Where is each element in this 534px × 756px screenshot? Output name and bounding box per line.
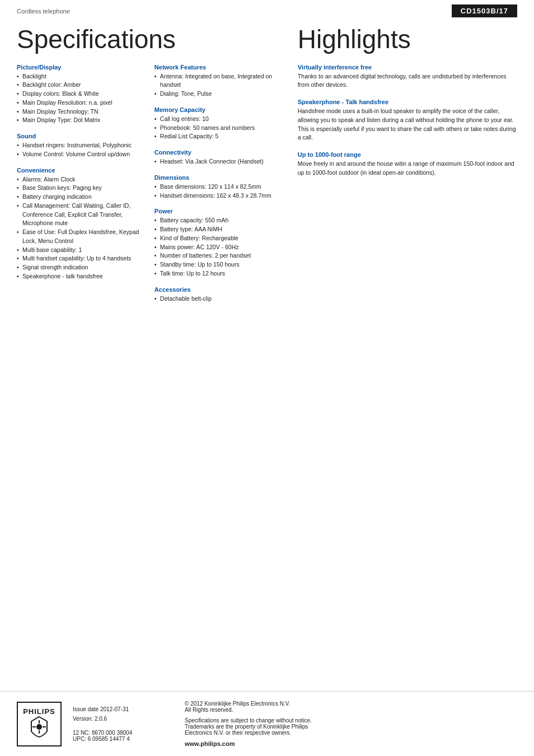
list-item: Number of batteries: 2 per handset xyxy=(154,251,281,260)
section-title-sound: Sound xyxy=(17,133,143,139)
list-item: Detachable belt-clip xyxy=(154,295,281,304)
list-item: Kind of Battery: Rechargeable xyxy=(154,234,281,243)
list-item: Multi base capability: 1 xyxy=(17,246,143,255)
section-connectivity: Connectivity Headset: Via Jack Connector… xyxy=(154,149,281,166)
list-item: Main Display Resolution: n.a. pixel xyxy=(17,99,143,108)
highlight-title-interference: Virtually interference free xyxy=(298,64,517,71)
highlights-title: Highlights xyxy=(298,25,517,54)
version: Version: 2.0.6 xyxy=(73,716,174,722)
list-item: Talk time: Up to 12 hours xyxy=(154,269,281,278)
section-accessories: Accessories Detachable belt-clip xyxy=(154,286,281,304)
list-item: Call log entries: 10 xyxy=(154,115,281,124)
list-item: Antenna: Integrated on base, Integrated … xyxy=(154,72,281,90)
model-badge: CD1503B/17 xyxy=(452,4,517,17)
product-type: Cordless telephone xyxy=(17,8,70,15)
section-title-accessories: Accessories xyxy=(154,286,281,293)
list-power: Battery capacity: 550 mAh Battery type: … xyxy=(154,216,281,278)
list-item: Backlight color: Amber xyxy=(17,81,143,90)
section-power: Power Battery capacity: 550 mAh Battery … xyxy=(154,208,281,278)
list-item: Multi handset capability: Up to 4 handse… xyxy=(17,254,143,263)
highlight-title-range: Up to 1000-foot range xyxy=(298,151,517,158)
footer-codes: 12 NC: 8670 000 38004 UPC: 6 09585 14477… xyxy=(73,730,174,742)
section-title-convenience: Convenience xyxy=(17,167,143,174)
specs-title: Specifications xyxy=(17,25,281,54)
list-item: Mains power: AC 120V - 60Hz xyxy=(154,243,281,252)
highlight-interference-free: Virtually interference free Thanks to an… xyxy=(298,64,517,90)
section-title-power: Power xyxy=(154,208,281,214)
page: Cordless telephone CD1503B/17 Specificat… xyxy=(0,0,534,756)
list-item: Battery charging indication xyxy=(17,193,143,202)
list-item: Battery type: AAA NiMH xyxy=(154,225,281,234)
philips-logo: PHILIPS xyxy=(17,702,62,746)
specs-column: Specifications Picture/Display Backlight… xyxy=(17,20,292,311)
list-item: Main Display Technology: TN xyxy=(17,108,143,116)
list-convenience: Alarms: Alarm Clock Base Station keys: P… xyxy=(17,175,143,281)
section-sound: Sound Handset ringers: Instrumental, Pol… xyxy=(17,133,143,159)
list-item: Handset dimensions: 162 x 48.3 x 28.7mm xyxy=(154,192,281,200)
specs-left: Picture/Display Backlight Backlight colo… xyxy=(17,64,143,311)
list-item: Signal strength indication xyxy=(17,263,143,272)
section-dimensions: Dimensions Base dimensions: 120 x 114 x … xyxy=(154,174,281,200)
list-item: Redial List Capacity: 5 xyxy=(154,132,281,141)
list-memory: Call log entries: 10 Phonebook: 50 names… xyxy=(154,115,281,141)
list-item: Handset ringers: Instrumental, Polyphoni… xyxy=(17,141,143,150)
philips-logo-text: PHILIPS xyxy=(23,707,55,716)
section-convenience: Convenience Alarms: Alarm Clock Base Sta… xyxy=(17,167,143,281)
footer-disclaimer: Specifications are subject to change wit… xyxy=(185,717,517,736)
section-network: Network Features Antenna: Integrated on … xyxy=(154,64,281,99)
list-item: Ease of Use: Full Duplex Handsfree, Keyp… xyxy=(17,228,143,246)
footer-legal-block: © 2012 Koninklijke Philips Electronics N… xyxy=(185,701,517,747)
list-item: Battery capacity: 550 mAh xyxy=(154,216,281,225)
list-item: Speakerphone - talk handsfree xyxy=(17,272,143,281)
list-item: Dialing: Tone, Pulse xyxy=(154,90,281,99)
section-picture-display: Picture/Display Backlight Backlight colo… xyxy=(17,64,143,125)
list-sound: Handset ringers: Instrumental, Polyphoni… xyxy=(17,141,143,159)
list-connectivity: Headset: Via Jack Connector (Handset) xyxy=(154,157,281,166)
footer-copyright: © 2012 Koninklijke Philips Electronics N… xyxy=(185,701,517,713)
specs-two-col: Picture/Display Backlight Backlight colo… xyxy=(17,64,281,311)
list-dimensions: Base dimensions: 120 x 114 x 82.5mm Hand… xyxy=(154,183,281,200)
list-item: Base Station keys: Paging key xyxy=(17,184,143,193)
nc-code: 12 NC: 8670 000 38004 xyxy=(73,730,174,736)
list-network: Antenna: Integrated on base, Integrated … xyxy=(154,72,281,99)
section-title-network: Network Features xyxy=(154,64,281,71)
list-picture-display: Backlight Backlight color: Amber Display… xyxy=(17,72,143,125)
highlights-column: Highlights Virtually interference free T… xyxy=(292,20,517,311)
list-accessories: Detachable belt-clip xyxy=(154,295,281,304)
list-item: Display colors: Black & White xyxy=(17,90,143,99)
highlight-text-speakerphone: Handsfree mode uses a built-in loud spea… xyxy=(298,107,517,142)
highlight-title-speakerphone: Speakerphone - Talk handsfree xyxy=(298,99,517,105)
section-memory: Memory Capacity Call log entries: 10 Pho… xyxy=(154,106,281,141)
list-item: Base dimensions: 120 x 114 x 82.5mm xyxy=(154,183,281,192)
issue-date: Issue date 2012-07-31 xyxy=(73,706,174,712)
highlight-text-range: Move freely in and around the house witi… xyxy=(298,160,517,178)
list-item: Backlight xyxy=(17,72,143,81)
main-content: Specifications Picture/Display Backlight… xyxy=(0,20,534,311)
section-title-dimensions: Dimensions xyxy=(154,174,281,181)
list-item: Call Management: Call Waiting, Caller ID… xyxy=(17,202,143,228)
highlight-range: Up to 1000-foot range Move freely in and… xyxy=(298,151,517,178)
list-item: Alarms: Alarm Clock xyxy=(17,175,143,184)
highlight-speakerphone: Speakerphone - Talk handsfree Handsfree … xyxy=(298,99,517,142)
footer-website: www.philips.com xyxy=(185,740,517,747)
svg-point-0 xyxy=(36,724,42,730)
section-title-picture-display: Picture/Display xyxy=(17,64,143,71)
header: Cordless telephone CD1503B/17 xyxy=(0,0,534,20)
upc-code: UPC: 6 09585 14477 4 xyxy=(73,736,174,742)
section-title-memory: Memory Capacity xyxy=(154,106,281,113)
footer-meta: Issue date 2012-07-31 Version: 2.0.6 12 … xyxy=(73,706,174,742)
specs-right: Network Features Antenna: Integrated on … xyxy=(154,64,281,311)
list-item: Standby time: Up to 150 hours xyxy=(154,260,281,269)
list-item: Main Display Type: Dot Matrix xyxy=(17,116,143,125)
list-item: Phonebook: 50 names and numbers xyxy=(154,124,281,133)
philips-logo-shield xyxy=(23,716,55,741)
list-item: Headset: Via Jack Connector (Handset) xyxy=(154,157,281,166)
highlight-text-interference: Thanks to an advanced digital technology… xyxy=(298,72,517,90)
section-title-connectivity: Connectivity xyxy=(154,149,281,156)
footer: PHILIPS Issue date 2012-07-31 Versio xyxy=(0,691,534,756)
list-item: Volume Control: Volume Control up/down xyxy=(17,150,143,159)
